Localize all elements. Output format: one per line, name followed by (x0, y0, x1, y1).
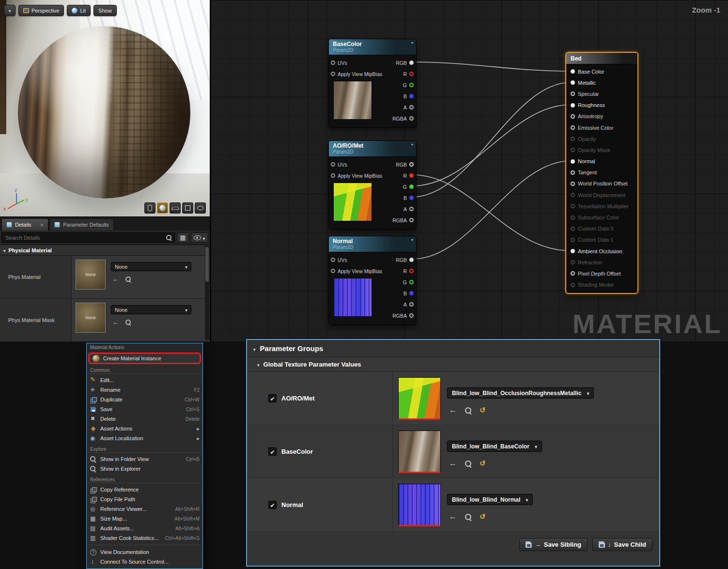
input-pin-apply-view-mipbias[interactable]: Apply View MipBias (331, 68, 382, 79)
output-pin-rgb[interactable]: RGB (392, 159, 414, 170)
preview-mesh-sphere-button[interactable] (157, 202, 168, 214)
material-input-roughness[interactable]: Roughness (566, 100, 637, 111)
browse-to-asset-button[interactable] (465, 406, 472, 414)
pin-icon[interactable] (571, 271, 575, 276)
node-header[interactable]: NormalParam2D (329, 236, 416, 252)
preview-mesh-plane-button[interactable] (170, 202, 181, 214)
pin-icon[interactable] (331, 258, 335, 262)
preview-mesh-cube-button[interactable] (182, 202, 193, 214)
save-child-button[interactable]: Save Child (592, 538, 652, 551)
menu-item-asset-actions[interactable]: Asset Actions (87, 424, 202, 433)
input-pin-uvs[interactable]: UVs (331, 159, 382, 170)
output-pin-rgba[interactable]: RGBA (392, 310, 414, 321)
output-pin-rgb[interactable]: RGB (392, 57, 414, 68)
menu-item-duplicate[interactable]: DuplicateCtrl+W (87, 395, 202, 404)
use-selected-asset-button[interactable] (112, 318, 119, 326)
global-texture-parameters-header[interactable]: Global Texture Parameter Values (247, 357, 659, 372)
pin-icon[interactable] (409, 280, 414, 284)
output-pin-g[interactable]: G (392, 79, 414, 91)
pin-icon[interactable] (409, 291, 414, 295)
output-pin-a[interactable]: A (392, 203, 414, 215)
phys-material-mask-thumbnail[interactable]: None (76, 303, 106, 333)
pin-icon[interactable] (571, 249, 575, 253)
material-graph-canvas[interactable]: MATERIAL Zoom -1 BaseColorParam2DUVsAppl… (211, 0, 728, 341)
menu-item-edit[interactable]: Edit... (87, 375, 202, 385)
use-selected-asset-button[interactable] (449, 512, 457, 521)
menu-item-connect-to-source-control[interactable]: Connect To Source Control... (87, 557, 202, 567)
output-pin-b[interactable]: B (392, 91, 414, 102)
display-filter-button[interactable] (177, 232, 189, 243)
output-pin-b[interactable]: B (392, 192, 414, 203)
material-input-pixel-depth-offset[interactable]: Pixel Depth Offset (566, 268, 637, 279)
save-sibling-button[interactable]: Save Sibling (519, 538, 588, 551)
pin-icon[interactable] (571, 103, 575, 108)
preview-viewport[interactable]: Perspective Lit Show z y x (0, 0, 211, 216)
pin-icon[interactable] (409, 94, 414, 98)
node-basecolor[interactable]: BaseColorParam2DUVsApply View MipBiasRGB… (328, 39, 417, 128)
input-pin-apply-view-mipbias[interactable]: Apply View MipBias (331, 170, 382, 181)
pin-icon[interactable] (409, 83, 414, 87)
material-input-emissive-color[interactable]: Emissive Color (566, 122, 637, 133)
pin-icon[interactable] (409, 72, 414, 76)
node-normal[interactable]: NormalParam2DUVsApply View MipBiasRGBRGB… (328, 236, 417, 325)
material-input-base-color[interactable]: Base Color (566, 66, 637, 77)
material-input-normal[interactable]: Normal (566, 156, 637, 167)
pin-icon[interactable] (571, 114, 575, 119)
pin-icon[interactable] (409, 207, 414, 211)
pin-icon[interactable] (571, 182, 575, 186)
pin-icon[interactable] (571, 125, 575, 130)
node-header[interactable]: AO/RO/MetParam2D (329, 141, 416, 157)
material-input-specular[interactable]: Specular (566, 88, 637, 99)
reset-to-default-button[interactable] (480, 512, 486, 521)
material-input-tangent[interactable]: Tangent (566, 167, 637, 178)
parameter-override-checkbox[interactable] (268, 394, 277, 402)
bed-node-title[interactable]: Bed (566, 53, 637, 64)
perspective-button[interactable]: Perspective (18, 5, 64, 16)
texture-asset-dropdown[interactable]: Blind_low_Blind_BaseColor (447, 441, 542, 452)
input-pin-uvs[interactable]: UVs (331, 57, 382, 68)
tab-parameter-defaults[interactable]: Parameter Defaults (49, 218, 114, 231)
material-input-ambient-occlusion[interactable]: Ambient Occlusion (566, 246, 637, 257)
preview-mesh-cylinder-button[interactable] (144, 202, 155, 214)
parameter-override-checkbox[interactable] (268, 501, 277, 509)
view-options-button[interactable] (191, 232, 208, 243)
output-pin-r[interactable]: R (392, 68, 414, 79)
search-input[interactable] (1, 232, 175, 243)
pin-icon[interactable] (409, 116, 414, 121)
pin-icon[interactable] (571, 92, 575, 96)
use-selected-asset-button[interactable] (449, 406, 457, 415)
menu-item-create-material-instance[interactable]: Create Material Instance (88, 353, 201, 364)
browse-to-asset-button[interactable] (465, 460, 472, 467)
lit-viewmode-button[interactable]: Lit (67, 5, 91, 16)
menu-item-save[interactable]: SaveCtrl+S (87, 404, 202, 414)
output-pin-rgb[interactable]: RGB (392, 254, 414, 265)
phys-material-thumbnail[interactable]: None (76, 260, 106, 290)
menu-item-shader-cook-statistics[interactable]: Shader Cook Statistics...Ctrl+Alt+Shift+… (87, 533, 202, 543)
menu-item-audit-assets[interactable]: Audit Assets...Alt+Shift+A (87, 523, 202, 533)
viewport-options-button[interactable] (4, 5, 15, 16)
scrollbar-thumb[interactable] (205, 247, 209, 282)
texture-thumbnail[interactable] (398, 484, 441, 526)
output-pin-g[interactable]: G (392, 181, 414, 192)
preview-mesh-custom-button[interactable] (195, 202, 206, 214)
menu-item-show-in-explorer[interactable]: Show in Explorer (87, 464, 202, 474)
menu-item-reference-viewer[interactable]: Reference Viewer...Alt+Shift+R (87, 504, 202, 514)
material-input-world-position-offset[interactable]: World Position Offset (566, 178, 637, 189)
texture-asset-dropdown[interactable]: Blind_low_Blind_Normal (447, 494, 533, 505)
pin-icon[interactable] (331, 162, 335, 167)
pin-icon[interactable] (409, 302, 414, 307)
menu-item-view-documentation[interactable]: View Documentation (87, 547, 202, 557)
texture-thumbnail[interactable] (398, 431, 441, 473)
menu-item-rename[interactable]: RenameF2 (87, 385, 202, 395)
section-physical-material[interactable]: Physical Material (0, 245, 210, 256)
use-selected-asset-button[interactable] (112, 275, 119, 283)
browse-to-asset-button[interactable] (465, 513, 472, 521)
menu-item-size-map[interactable]: Size Map...Alt+Shift+M (87, 514, 202, 523)
output-pin-a[interactable]: A (392, 102, 414, 113)
pin-icon[interactable] (331, 269, 335, 273)
pin-icon[interactable] (571, 170, 575, 175)
output-pin-rgba[interactable]: RGBA (392, 215, 414, 226)
input-pin-apply-view-mipbias[interactable]: Apply View MipBias (331, 265, 382, 277)
output-pin-g[interactable]: G (392, 277, 414, 288)
pin-icon[interactable] (409, 269, 414, 273)
